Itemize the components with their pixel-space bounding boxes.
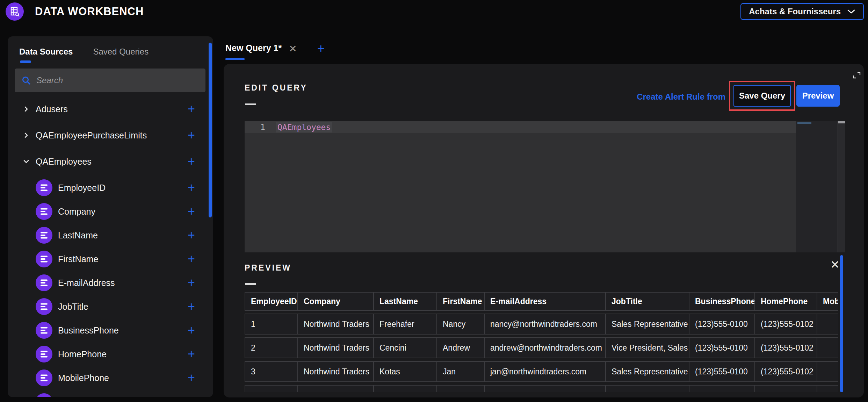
tree-source-row[interactable]: Adusers+: [8, 101, 213, 117]
tab-data-sources[interactable]: Data Sources: [19, 47, 73, 63]
tree-item-label: QAEmployeePurchaseLimits: [36, 130, 147, 141]
table-cell: (123)555-0100: [689, 361, 754, 382]
table-cell: Nancy: [436, 314, 484, 335]
add-to-query-icon[interactable]: +: [188, 103, 195, 115]
create-alert-rule-link[interactable]: Create Alert Rule from: [637, 92, 725, 102]
column-header: BusinessPhone: [689, 292, 754, 311]
edit-query-title: EDIT QUERY: [245, 83, 308, 93]
add-to-query-icon[interactable]: +: [188, 181, 195, 194]
tree-source-row[interactable]: QAEmployees+: [8, 153, 213, 170]
table-cell: (123)555-0102: [754, 337, 817, 358]
query-code-editor[interactable]: 1 QAEmployees: [245, 121, 845, 252]
editor-minimap: [796, 121, 838, 252]
editor-scrollbar-track[interactable]: [838, 121, 845, 252]
editor-scrollbar-thumb[interactable]: [838, 121, 845, 123]
source-tree: Adusers+QAEmployeePurchaseLimits+QAEmplo…: [8, 92, 213, 397]
add-to-query-icon[interactable]: +: [188, 300, 195, 313]
add-to-query-icon[interactable]: +: [188, 348, 195, 360]
search-icon: [22, 76, 31, 85]
preview-table: EmployeeIDCompanyLastNameFirstNameE-mail…: [245, 292, 838, 392]
tree-item-label: E-mailAddress: [58, 278, 115, 288]
sidebar-tabs: Data Sources Saved Queries: [8, 36, 213, 63]
table-cell: (123)555-0100: [689, 337, 754, 358]
table-cell: nancy@northwindtraders.com: [484, 314, 605, 335]
close-preview-icon[interactable]: ✕: [830, 259, 840, 270]
tree-field-row[interactable]: BusinessPhone+: [8, 322, 213, 339]
table-row: [245, 385, 838, 392]
tab-new-query-1[interactable]: New Query 1*: [225, 43, 282, 60]
tree-item-label: FirstName: [58, 254, 98, 264]
code-area[interactable]: 1 QAEmployees: [245, 121, 796, 252]
add-to-query-icon[interactable]: +: [188, 129, 195, 142]
table-cell: [484, 385, 605, 392]
field-icon: [36, 346, 52, 362]
add-tab-icon[interactable]: +: [317, 41, 325, 56]
app-title: DATA WORKBENCH: [35, 5, 144, 18]
query-panel: EDIT QUERY Create Alert Rule from Save Q…: [224, 64, 864, 397]
table-cell: [817, 385, 838, 392]
table-cell: Sales Representative: [605, 314, 689, 335]
table-cell: 1: [245, 314, 297, 335]
field-icon: [36, 203, 52, 220]
table-search-icon: [9, 6, 20, 17]
tree-field-row[interactable]: JobTitle+: [8, 298, 213, 315]
save-query-annotation-ring: Save Query: [729, 81, 795, 111]
add-to-query-icon[interactable]: +: [188, 205, 195, 218]
table-cell: [817, 337, 838, 358]
tree-field-row[interactable]: EmployeeID+: [8, 179, 213, 196]
chevron-down-icon[interactable]: [22, 158, 31, 165]
field-icon: [36, 274, 52, 291]
workspace-selector[interactable]: Achats & Fournisseurs: [740, 3, 864, 20]
table-cell: [754, 385, 817, 392]
save-query-button[interactable]: Save Query: [733, 85, 791, 107]
table-cell: Freehafer: [373, 314, 436, 335]
field-icon: [36, 393, 52, 397]
field-icon: [36, 369, 52, 386]
table-cell: (123)555-0102: [754, 361, 817, 382]
app-header: DATA WORKBENCH Achats & Fournisseurs: [0, 0, 868, 23]
tree-field-row[interactable]: E-mailAddress+: [8, 274, 213, 291]
preview-scrollbar[interactable]: [840, 255, 843, 392]
search-input[interactable]: [36, 76, 198, 85]
preview-title: PREVIEW: [245, 263, 291, 273]
column-header: JobTitle: [605, 292, 689, 311]
table-body: 1Northwind TradersFreehaferNancynancy@no…: [245, 314, 838, 392]
tree-field-row[interactable]: MobilePhone+: [8, 369, 213, 386]
add-to-query-icon[interactable]: +: [188, 277, 195, 289]
column-header: MobilePhone: [817, 292, 838, 311]
preview-table-wrap: EmployeeIDCompanyLastNameFirstNameE-mail…: [245, 292, 838, 392]
tree-field-row[interactable]: FirstName+: [8, 251, 213, 267]
tab-saved-queries[interactable]: Saved Queries: [93, 47, 149, 63]
tree-source-row[interactable]: QAEmployeePurchaseLimits+: [8, 127, 213, 144]
sidebar-scrollbar[interactable]: [209, 43, 212, 217]
query-tab-bar: New Query 1* ✕ +: [225, 41, 325, 62]
add-to-query-icon[interactable]: +: [188, 324, 195, 337]
data-workbench-logo: [6, 2, 24, 21]
preview-button[interactable]: Preview: [796, 85, 840, 107]
table-cell: [436, 385, 484, 392]
edit-query-title-dash: [245, 103, 256, 105]
table-cell: [817, 361, 838, 382]
chevron-right-icon[interactable]: [22, 105, 31, 113]
tree-field-row[interactable]: HomePhone+: [8, 346, 213, 362]
table-cell: Cencini: [373, 337, 436, 358]
expand-panel-icon[interactable]: [853, 71, 861, 81]
field-icon: [36, 251, 52, 267]
table-row: 2Northwind TradersCenciniAndrewandrew@no…: [245, 337, 838, 358]
close-tab-icon[interactable]: ✕: [289, 43, 297, 55]
tree-item-label: HomePhone: [58, 349, 107, 359]
tree-item-label: BusinessPhone: [58, 325, 119, 336]
add-to-query-icon[interactable]: +: [188, 229, 195, 242]
add-to-query-icon[interactable]: +: [188, 155, 195, 168]
add-to-query-icon[interactable]: +: [188, 253, 195, 265]
chevron-right-icon[interactable]: [22, 131, 31, 139]
tree-field-row[interactable]: Company+: [8, 203, 213, 220]
tree-field-row[interactable]: [8, 393, 213, 397]
minimap-line: [797, 122, 811, 124]
tree-item-label: EmployeeID: [58, 183, 106, 193]
table-cell: Vice President, Sales: [605, 337, 689, 358]
tree-field-row[interactable]: LastName+: [8, 227, 213, 244]
table-cell: [297, 385, 373, 392]
add-to-query-icon[interactable]: +: [188, 372, 195, 384]
tree-item-label: QAEmployees: [36, 157, 92, 167]
